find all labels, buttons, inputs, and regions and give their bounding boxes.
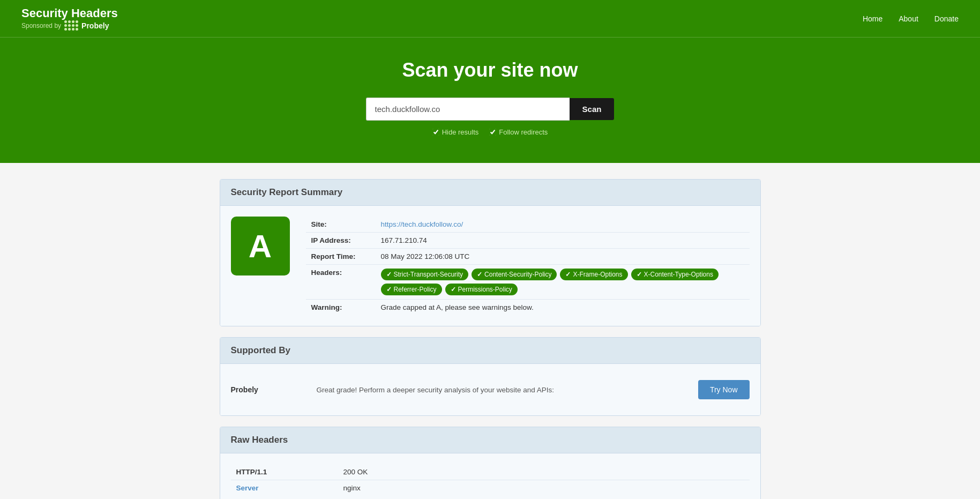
- nav-about[interactable]: About: [899, 14, 918, 23]
- hero-heading: Scan your site now: [11, 59, 969, 81]
- raw-value-server: nginx: [338, 480, 750, 496]
- grade-badge: A: [231, 217, 290, 275]
- top-nav: Security Headers Sponsored by Probely Ho…: [0, 0, 980, 38]
- field-label-headers: Headers:: [306, 265, 376, 300]
- probely-name: Probely: [81, 21, 109, 30]
- field-label-warning: Warning:: [306, 300, 376, 316]
- nav-home[interactable]: Home: [863, 14, 882, 23]
- field-value-ip: 167.71.210.74: [376, 233, 750, 249]
- raw-key-server[interactable]: Server: [231, 480, 338, 496]
- field-value-warning: Grade capped at A, please see warnings b…: [376, 300, 750, 316]
- report-details-table: Site: https://tech.duckfollow.co/ IP Add…: [306, 217, 750, 315]
- header-tags: Strict-Transport-Security Content-Securi…: [381, 269, 744, 295]
- header-tag-pp: Permissions-Policy: [445, 284, 518, 295]
- header-tag-csp: Content-Security-Policy: [472, 269, 557, 280]
- scan-options: Hide results Follow redirects: [11, 128, 969, 136]
- header-tag-sts: Strict-Transport-Security: [381, 269, 469, 280]
- scan-input[interactable]: [366, 98, 570, 121]
- supported-by-body: Probely Great grade! Perform a deeper se…: [220, 364, 760, 415]
- table-row: Site: https://tech.duckfollow.co/: [306, 217, 750, 233]
- field-label-site: Site:: [306, 217, 376, 233]
- scan-button[interactable]: Scan: [570, 98, 615, 120]
- header-tag-xcto: X-Content-Type-Options: [631, 269, 719, 280]
- scan-form: Scan: [11, 98, 969, 121]
- table-row: IP Address: 167.71.210.74: [306, 233, 750, 249]
- table-row: Warning: Grade capped at A, please see w…: [306, 300, 750, 316]
- site-link[interactable]: https://tech.duckfollow.co/: [381, 220, 463, 228]
- supported-by-header: Supported By: [220, 338, 760, 364]
- server-link[interactable]: Server: [236, 484, 259, 492]
- main-content: Security Report Summary A Site: https://…: [209, 179, 772, 499]
- raw-headers-header: Raw Headers: [220, 427, 760, 453]
- brand-title: Security Headers: [21, 6, 118, 20]
- header-tag-xfo: X-Frame-Options: [560, 269, 627, 280]
- report-summary-header: Security Report Summary: [220, 180, 760, 206]
- raw-headers-table: HTTP/1.1 200 OK Server nginx: [231, 464, 750, 496]
- field-value-report-time: 08 May 2022 12:06:08 UTC: [376, 249, 750, 265]
- table-row: Report Time: 08 May 2022 12:06:08 UTC: [306, 249, 750, 265]
- supported-row: Probely Great grade! Perform a deeper se…: [231, 375, 750, 405]
- hero-section: Scan your site now Scan Hide results Fol…: [0, 38, 980, 163]
- report-summary-body: A Site: https://tech.duckfollow.co/ IP: [220, 206, 760, 326]
- supported-description: Great grade! Perform a deeper security a…: [317, 386, 698, 394]
- field-value-site: https://tech.duckfollow.co/: [376, 217, 750, 233]
- nav-links: Home About Donate: [863, 14, 959, 23]
- raw-value-http: 200 OK: [338, 464, 750, 480]
- hide-results-label[interactable]: Hide results: [432, 128, 479, 136]
- table-row: HTTP/1.1 200 OK: [231, 464, 750, 480]
- raw-headers-card: Raw Headers HTTP/1.1 200 OK Server nginx: [220, 427, 761, 499]
- raw-headers-body: HTTP/1.1 200 OK Server nginx: [220, 453, 760, 499]
- field-label-ip: IP Address:: [306, 233, 376, 249]
- sponsor-label: Sponsored by: [21, 22, 61, 29]
- field-value-headers: Strict-Transport-Security Content-Securi…: [376, 265, 750, 300]
- supported-by-card: Supported By Probely Great grade! Perfor…: [220, 337, 761, 416]
- follow-redirects-checkbox[interactable]: [489, 129, 496, 136]
- brand: Security Headers Sponsored by Probely: [21, 6, 118, 31]
- follow-redirects-label[interactable]: Follow redirects: [489, 128, 548, 136]
- hide-results-checkbox[interactable]: [432, 129, 439, 136]
- table-row: Server nginx: [231, 480, 750, 496]
- report-row: A Site: https://tech.duckfollow.co/ IP: [231, 217, 750, 315]
- report-summary-card: Security Report Summary A Site: https://…: [220, 179, 761, 326]
- probely-dots-icon: [64, 20, 78, 31]
- try-now-button[interactable]: Try Now: [698, 380, 750, 399]
- raw-key-http: HTTP/1.1: [231, 464, 338, 480]
- supported-name: Probely: [231, 385, 317, 394]
- field-label-report-time: Report Time:: [306, 249, 376, 265]
- nav-donate[interactable]: Donate: [934, 14, 959, 23]
- header-tag-rp: Referrer-Policy: [381, 284, 442, 295]
- table-row: Headers: Strict-Transport-Security Conte…: [306, 265, 750, 300]
- brand-sponsor: Sponsored by Probely: [21, 20, 118, 31]
